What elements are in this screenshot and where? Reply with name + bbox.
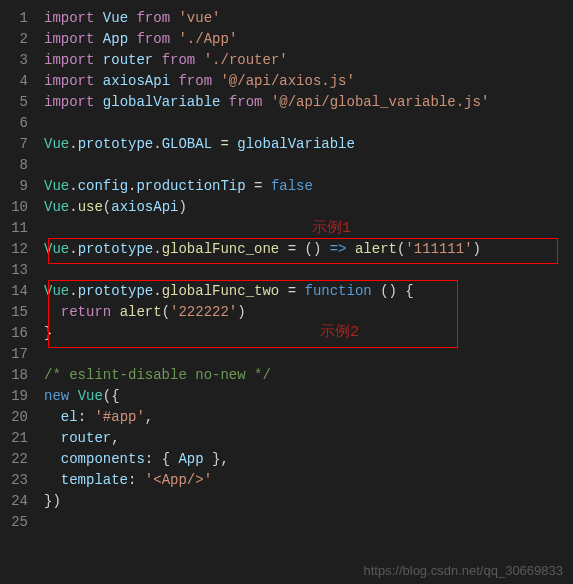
code-line: return alert('222222') bbox=[40, 302, 573, 323]
line-number: 11 bbox=[8, 218, 28, 239]
code-line bbox=[40, 260, 573, 281]
code-line bbox=[40, 155, 573, 176]
line-number: 8 bbox=[8, 155, 28, 176]
line-number: 20 bbox=[8, 407, 28, 428]
watermark-text: https://blog.csdn.net/qq_30669833 bbox=[364, 563, 564, 578]
code-line: import router from './router' bbox=[40, 50, 573, 71]
code-line: } bbox=[40, 323, 573, 344]
line-number: 12 bbox=[8, 239, 28, 260]
line-number: 24 bbox=[8, 491, 28, 512]
code-line: Vue.prototype.globalFunc_two = function … bbox=[40, 281, 573, 302]
line-number: 3 bbox=[8, 50, 28, 71]
line-number: 16 bbox=[8, 323, 28, 344]
line-number: 10 bbox=[8, 197, 28, 218]
line-number: 4 bbox=[8, 71, 28, 92]
code-line: import Vue from 'vue' bbox=[40, 8, 573, 29]
code-line: import App from './App' bbox=[40, 29, 573, 50]
line-number: 2 bbox=[8, 29, 28, 50]
code-line bbox=[40, 512, 573, 533]
code-line: Vue.prototype.GLOBAL = globalVariable bbox=[40, 134, 573, 155]
line-number: 1 bbox=[8, 8, 28, 29]
code-line: Vue.config.productionTip = false bbox=[40, 176, 573, 197]
line-number: 19 bbox=[8, 386, 28, 407]
line-number-gutter: 1234567891011121314151617181920212223242… bbox=[0, 0, 40, 584]
line-number: 9 bbox=[8, 176, 28, 197]
annotation-label-1: 示例1 bbox=[312, 218, 351, 237]
line-number: 18 bbox=[8, 365, 28, 386]
code-line: Vue.prototype.globalFunc_one = () => ale… bbox=[40, 239, 573, 260]
line-number: 13 bbox=[8, 260, 28, 281]
annotation-label-2: 示例2 bbox=[320, 322, 359, 341]
code-line bbox=[40, 218, 573, 239]
line-number: 23 bbox=[8, 470, 28, 491]
code-line: template: '<App/>' bbox=[40, 470, 573, 491]
code-editor: 1234567891011121314151617181920212223242… bbox=[0, 0, 573, 584]
code-line: Vue.use(axiosApi) bbox=[40, 197, 573, 218]
code-line: import axiosApi from '@/api/axios.js' bbox=[40, 71, 573, 92]
code-line: }) bbox=[40, 491, 573, 512]
line-number: 6 bbox=[8, 113, 28, 134]
line-number: 14 bbox=[8, 281, 28, 302]
code-line bbox=[40, 344, 573, 365]
code-line: new Vue({ bbox=[40, 386, 573, 407]
code-line: import globalVariable from '@/api/global… bbox=[40, 92, 573, 113]
code-area[interactable]: import Vue from 'vue' import App from '.… bbox=[40, 0, 573, 584]
code-line: components: { App }, bbox=[40, 449, 573, 470]
code-line: /* eslint-disable no-new */ bbox=[40, 365, 573, 386]
line-number: 7 bbox=[8, 134, 28, 155]
code-line bbox=[40, 113, 573, 134]
line-number: 25 bbox=[8, 512, 28, 533]
line-number: 21 bbox=[8, 428, 28, 449]
line-number: 5 bbox=[8, 92, 28, 113]
code-line: router, bbox=[40, 428, 573, 449]
line-number: 22 bbox=[8, 449, 28, 470]
line-number: 17 bbox=[8, 344, 28, 365]
code-line: el: '#app', bbox=[40, 407, 573, 428]
line-number: 15 bbox=[8, 302, 28, 323]
